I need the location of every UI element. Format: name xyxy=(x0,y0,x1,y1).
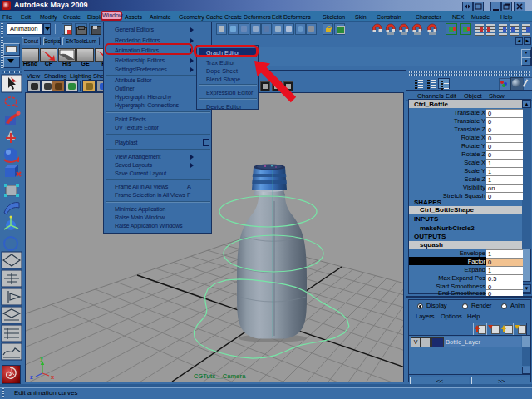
svg-text:y: y xyxy=(40,354,44,362)
svg-text:x: x xyxy=(51,373,55,381)
svg-text:z: z xyxy=(30,373,33,381)
svg-text:CGTuts__Camera: CGTuts__Camera xyxy=(194,372,246,380)
